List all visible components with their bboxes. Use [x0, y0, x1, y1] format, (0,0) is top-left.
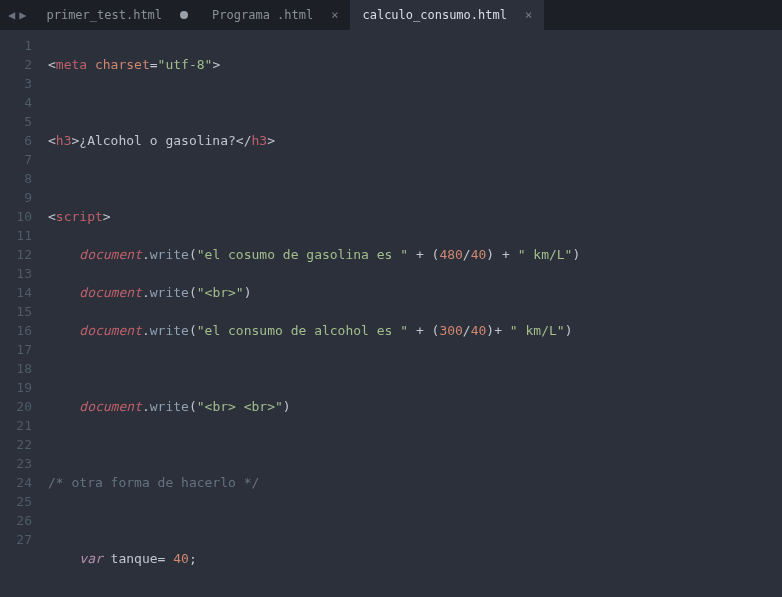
tab-calculo-consumo[interactable]: calculo_consumo.html × [350, 0, 544, 30]
tab-label: primer_test.html [46, 8, 162, 22]
line-gutter: 1234567891011121314151617181920212223242… [0, 30, 40, 597]
dirty-icon[interactable] [180, 11, 188, 19]
tab-next-icon[interactable]: ▶ [17, 8, 28, 22]
code-area[interactable]: <meta charset="utf-8"> <h3>¿Alcohol o ga… [40, 30, 782, 597]
tab-label: Programa .html [212, 8, 313, 22]
tab-nav-arrows: ◀ ▶ [0, 8, 34, 22]
tab-label: calculo_consumo.html [362, 8, 507, 22]
close-icon[interactable]: × [331, 8, 338, 22]
tab-primer-test[interactable]: primer_test.html [34, 0, 200, 30]
close-icon[interactable]: × [525, 8, 532, 22]
tab-bar: ◀ ▶ primer_test.html Programa .html × ca… [0, 0, 782, 30]
tab-prev-icon[interactable]: ◀ [6, 8, 17, 22]
editor: 1234567891011121314151617181920212223242… [0, 30, 782, 597]
tab-programa[interactable]: Programa .html × [200, 0, 350, 30]
